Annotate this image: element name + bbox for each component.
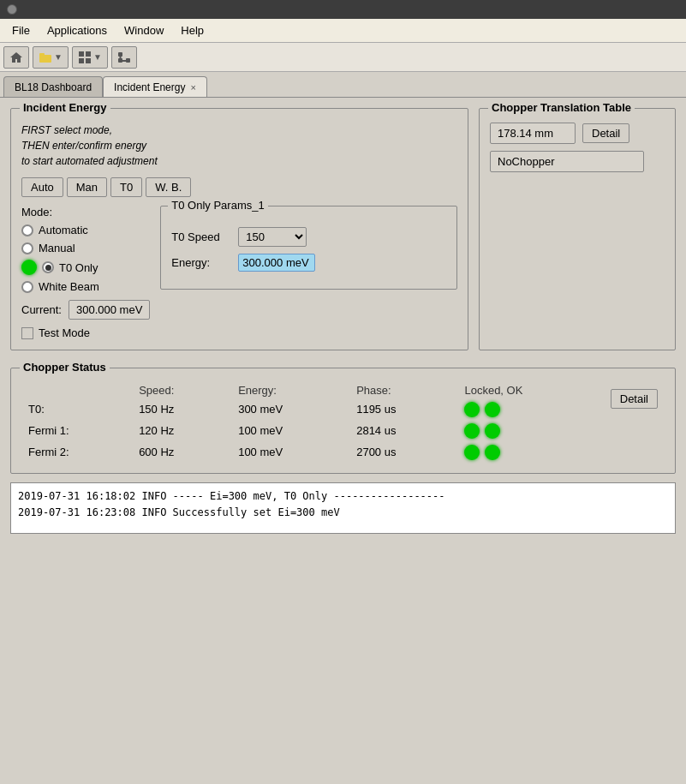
mode-label: Mode: — [21, 206, 52, 218]
current-label: Current: — [21, 303, 62, 316]
mode-btn-auto[interactable]: Auto — [21, 177, 63, 197]
current-row: Current: 300.000 meV — [21, 300, 150, 320]
cs-header-phase: Phase: — [349, 382, 457, 398]
chopper-status-section: Chopper Status Speed: Energy: Phase: Loc… — [10, 368, 676, 474]
cs-row-energy: 300 meV — [231, 398, 349, 420]
menu-file[interactable]: File — [3, 21, 39, 39]
log-line: 2019-07-31 16:18:02 INFO ----- Ei=300 me… — [18, 488, 668, 505]
radio-whitebeam-label: White Beam — [39, 280, 99, 293]
cs-row-energy: 100 meV — [231, 441, 349, 463]
chopper-status-table: Speed: Energy: Phase: Locked, OK T0: 150… — [21, 382, 604, 463]
mode-btn-man[interactable]: Man — [67, 177, 107, 197]
menu-help[interactable]: Help — [172, 21, 212, 39]
window-close-btn[interactable] — [7, 4, 17, 15]
tab-incident-energy[interactable]: Incident Energy × — [103, 76, 207, 97]
radio-manual-row: Manual — [21, 242, 150, 254]
cs-header-speed: Speed: — [132, 382, 231, 398]
incident-energy-title: Incident Energy — [20, 101, 110, 114]
radio-manual[interactable] — [21, 242, 33, 254]
cs-row-leds — [457, 398, 603, 420]
ie-description: FIRST select mode, THEN enter/confirm en… — [21, 123, 457, 169]
cs-row-speed: 150 Hz — [132, 398, 231, 420]
svg-rect-5 — [79, 58, 84, 63]
radio-automatic[interactable] — [21, 224, 33, 236]
cs-row-energy: 100 meV — [231, 420, 349, 441]
cs-row-name: Fermi 1: — [21, 420, 132, 441]
status-led — [21, 260, 37, 275]
cs-header-locked: Locked, OK — [457, 382, 603, 398]
params-legend: T0 Only Params_1 — [168, 199, 267, 212]
radio-t0only-row: T0 Only — [21, 260, 150, 275]
toolbar: ▼ ▼ — [0, 43, 686, 72]
cs-detail-area: Detail — [604, 382, 665, 416]
home-button[interactable] — [3, 46, 29, 69]
tab-close-icon[interactable]: × — [190, 82, 195, 93]
connect-icon — [117, 51, 131, 64]
led1 — [464, 445, 480, 460]
mode-btn-t0[interactable]: T0 — [110, 177, 142, 197]
radio-whitebeam-row: White Beam — [21, 280, 150, 293]
cs-header-name — [21, 382, 132, 398]
log-line: 2019-07-31 16:23:08 INFO Successfully se… — [18, 505, 668, 521]
chopper-translation-title: Chopper Translation Table — [488, 101, 635, 114]
led2 — [485, 445, 500, 460]
energy-input[interactable] — [238, 254, 315, 272]
menu-bar: File Applications Window Help — [0, 19, 686, 43]
ct-detail-button[interactable]: Detail — [582, 123, 629, 143]
svg-rect-9 — [118, 58, 122, 63]
dropdown-arrow-folder: ▼ — [54, 52, 63, 62]
mode-radio-group: Automatic Manual T0 Only — [21, 224, 150, 293]
tab-bar: BL18 Dashboard Incident Energy × — [0, 72, 686, 98]
cs-row-phase: 1195 us — [349, 398, 457, 420]
dropdown-arrow-grid: ▼ — [93, 52, 102, 62]
tab-bl18-dashboard[interactable]: BL18 Dashboard — [3, 76, 103, 97]
cs-row-name: Fermi 2: — [21, 441, 132, 463]
table-row: Fermi 2: 600 Hz 100 meV 2700 us — [21, 441, 604, 463]
t0-speed-row: T0 Speed 150 200 250 300 — [171, 227, 446, 247]
table-row: Fermi 1: 120 Hz 100 meV 2814 us — [21, 420, 604, 441]
test-mode-checkbox[interactable] — [21, 327, 33, 339]
t0-speed-select[interactable]: 150 200 250 300 — [238, 227, 307, 247]
radio-automatic-row: Automatic — [21, 224, 150, 236]
cs-row-speed: 600 Hz — [132, 441, 231, 463]
tab-bl18-label: BL18 Dashboard — [15, 81, 92, 93]
grid-icon — [78, 51, 92, 64]
led1 — [464, 402, 480, 417]
svg-marker-0 — [10, 52, 22, 63]
menu-window[interactable]: Window — [116, 21, 172, 39]
cs-row-phase: 2814 us — [349, 420, 457, 441]
chopper-status-title: Chopper Status — [20, 361, 110, 374]
folder-button[interactable]: ▼ — [33, 46, 69, 69]
grid-button[interactable]: ▼ — [72, 46, 108, 69]
connect-button[interactable] — [111, 46, 137, 69]
mode-btn-wb[interactable]: W. B. — [146, 177, 191, 197]
ct-chopper-name: NoChopper — [490, 151, 665, 172]
folder-icon — [39, 51, 52, 64]
radio-t0only[interactable] — [42, 261, 54, 273]
menu-applications[interactable]: Applications — [39, 21, 116, 39]
tab-incident-energy-label: Incident Energy — [114, 81, 185, 93]
led2 — [485, 423, 500, 439]
table-row: T0: 150 Hz 300 meV 1195 us — [21, 398, 604, 420]
title-bar — [0, 0, 686, 19]
cs-detail-button[interactable]: Detail — [611, 389, 658, 409]
test-mode-label: Test Mode — [39, 326, 90, 339]
log-area: 2019-07-31 16:18:02 INFO ----- Ei=300 me… — [10, 482, 676, 534]
ct-value-row: 178.14 mm Detail — [490, 123, 665, 144]
svg-rect-4 — [86, 51, 91, 57]
ie-desc-line3: to start automated adjustment — [21, 153, 457, 169]
t0-params-box: T0 Only Params_1 T0 Speed 150 200 250 30… — [160, 206, 457, 290]
incident-energy-section: Incident Energy FIRST select mode, THEN … — [10, 108, 468, 350]
radio-manual-label: Manual — [39, 242, 75, 254]
svg-rect-7 — [118, 52, 122, 57]
cs-row-speed: 120 Hz — [132, 420, 231, 441]
energy-label: Energy: — [171, 256, 231, 269]
led2 — [485, 402, 500, 417]
radio-whitebeam[interactable] — [21, 281, 33, 293]
ct-value: 178.14 mm — [490, 123, 576, 144]
chopper-translation-section: Chopper Translation Table 178.14 mm Deta… — [479, 108, 676, 350]
current-value: 300.000 meV — [69, 300, 150, 320]
svg-rect-2 — [39, 53, 45, 57]
cs-row-phase: 2700 us — [349, 441, 457, 463]
cs-row-leds — [457, 420, 603, 441]
